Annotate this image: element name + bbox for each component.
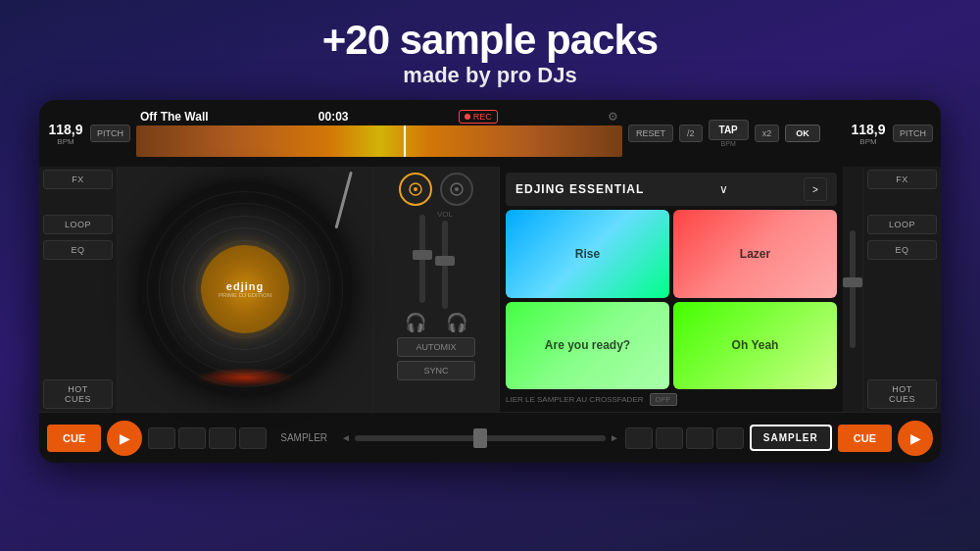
pad-rise[interactable]: Rise	[506, 210, 669, 298]
dj-app-device: 118,9 BPM PITCH Off The Wall 00:03 REC ⚙…	[39, 100, 941, 463]
play-icon-left: ▶	[120, 430, 130, 446]
header-title: +20 sample packs	[0, 18, 980, 63]
div2-button[interactable]: /2	[679, 125, 703, 142]
pads-grid: Rise Lazer Are you ready? Oh Yeah	[506, 210, 837, 389]
waveform-playhead	[404, 125, 406, 157]
sync-button[interactable]: SYNC	[397, 361, 475, 380]
svg-point-1	[414, 187, 417, 191]
slot-button-8[interactable]	[716, 427, 744, 449]
cf-arrow-right: ►	[610, 432, 619, 443]
bpm-label-right: BPM	[859, 137, 876, 146]
fader-right[interactable]	[442, 221, 448, 309]
header-subtitle: made by pro DJs	[0, 63, 980, 88]
crossfader-track[interactable]	[355, 435, 606, 441]
header-area: +20 sample packs made by pro DJs	[0, 0, 980, 100]
loop-button-right[interactable]: LOOP	[867, 215, 937, 234]
pad-lazer-label: Lazer	[740, 247, 770, 261]
bpm-left: 118,9 BPM	[47, 122, 84, 146]
pitch-button-right[interactable]: PITCH	[893, 125, 933, 142]
pad-ready-label: Are you ready?	[545, 338, 630, 352]
track-name-row: Off The Wall 00:03 REC ⚙	[136, 110, 622, 124]
sampler-label-left[interactable]: SAMPLER	[272, 428, 335, 447]
rec-label: REC	[473, 112, 492, 122]
bpm-value-left: 118,9	[48, 122, 82, 137]
fader-left[interactable]	[419, 215, 425, 303]
deck2-icon-button[interactable]	[440, 173, 473, 206]
ok-button[interactable]: OK	[785, 125, 820, 142]
crossfader-section: ◄ ►	[341, 432, 619, 443]
headphone-button-left[interactable]: 🎧	[405, 312, 426, 333]
bpm-value-right: 118,9	[851, 122, 885, 137]
turntable-needle	[335, 172, 353, 229]
headphone-row: 🎧 🎧	[405, 312, 467, 333]
center-mixer: VOL 🎧 🎧 AUTOMIX SYNC	[372, 167, 500, 412]
rec-dot	[465, 114, 470, 120]
right-volume-thumb[interactable]	[843, 277, 862, 287]
turntable-sub: PRIME DJ EDITION	[219, 292, 271, 298]
turntable-glow	[196, 368, 294, 387]
slots-left	[148, 427, 267, 449]
headphone-button-right[interactable]: 🎧	[446, 312, 467, 333]
waveform-visual	[136, 125, 622, 157]
sampler-active-button[interactable]: SAMPLER	[750, 425, 832, 451]
bpm-label-left: BPM	[57, 137, 74, 146]
off-toggle[interactable]: OFF	[650, 393, 677, 406]
cue-button-right[interactable]: CUE	[838, 425, 892, 452]
fader-row: VOL	[419, 210, 453, 308]
pad-ohyeah[interactable]: Oh Yeah	[673, 302, 837, 390]
turntable-area: edjing PRIME DJ EDITION	[118, 167, 372, 412]
track-time: 00:03	[318, 110, 349, 124]
play-button-left[interactable]: ▶	[107, 421, 142, 456]
fx-button-right[interactable]: FX	[867, 170, 937, 189]
slot-button-6[interactable]	[656, 427, 683, 449]
crossfader-label-text: LIER LE SAMPLER AU CROSSFADER	[506, 395, 644, 404]
eq-button-left[interactable]: EQ	[43, 240, 113, 260]
tap-button[interactable]: TAP	[709, 120, 749, 140]
slot-button-3[interactable]	[209, 427, 236, 449]
tap-sub-label: BPM	[709, 140, 749, 147]
crossfader-thumb[interactable]	[473, 428, 487, 448]
eq-button-right[interactable]: EQ	[867, 240, 937, 260]
chevron-down-icon: ∨	[719, 182, 728, 196]
rec-badge[interactable]: REC	[459, 110, 498, 124]
fader-thumb-right[interactable]	[435, 256, 455, 266]
slot-button-7[interactable]	[686, 427, 713, 449]
reset-button[interactable]: RESET	[628, 125, 673, 142]
pad-ohyeah-label: Oh Yeah	[732, 338, 779, 352]
turntable-brand: edjing	[226, 280, 264, 292]
waveform-bar[interactable]	[136, 125, 622, 157]
next-pack-button[interactable]: >	[804, 177, 827, 201]
right-volume-fader-area	[843, 167, 862, 412]
top-bar: 118,9 BPM PITCH Off The Wall 00:03 REC ⚙…	[39, 100, 941, 167]
left-deck: FX LOOP EQ HOT CUES	[39, 167, 118, 412]
pad-lazer[interactable]: Lazer	[673, 210, 837, 298]
loop-button-left[interactable]: LOOP	[43, 215, 113, 234]
bpm-right: 118,9 BPM	[850, 122, 887, 146]
gear-icon[interactable]: ⚙	[608, 110, 618, 124]
svg-point-3	[455, 187, 459, 191]
sample-pack-header[interactable]: EDJING ESSENTIAL ∨ >	[506, 173, 837, 206]
bottom-bar: CUE ▶ SAMPLER ◄ ► SAMPLER	[39, 412, 941, 463]
slot-button-2[interactable]	[178, 427, 206, 449]
slot-button-4[interactable]	[239, 427, 267, 449]
fader-thumb-left[interactable]	[413, 250, 432, 260]
crossfader-label: LIER LE SAMPLER AU CROSSFADER OFF	[506, 393, 837, 406]
hot-cues-button-left[interactable]: HOT CUES	[43, 379, 113, 409]
hot-cues-button-right[interactable]: HOT CUES	[867, 379, 937, 409]
turntable[interactable]: edjing PRIME DJ EDITION	[137, 181, 353, 397]
main-content: FX LOOP EQ HOT CUES edjing PRIME DJ EDIT…	[39, 167, 941, 412]
pad-rise-label: Rise	[575, 247, 600, 261]
fx-button-left[interactable]: FX	[43, 170, 113, 189]
cue-button-left[interactable]: CUE	[47, 425, 101, 452]
x2-button[interactable]: x2	[755, 125, 780, 142]
sample-pack-name: EDJING ESSENTIAL	[515, 182, 644, 196]
deck1-icon-button[interactable]	[399, 173, 432, 206]
pad-ready[interactable]: Are you ready?	[506, 302, 669, 390]
slot-button-1[interactable]	[148, 427, 175, 449]
pitch-button-left[interactable]: PITCH	[90, 125, 130, 142]
slot-button-5[interactable]	[625, 427, 653, 449]
right-volume-fader[interactable]	[850, 230, 856, 348]
waveform-section: Off The Wall 00:03 REC ⚙	[136, 110, 622, 157]
automix-button[interactable]: AUTOMIX	[397, 337, 475, 357]
play-button-right[interactable]: ▶	[898, 421, 933, 456]
